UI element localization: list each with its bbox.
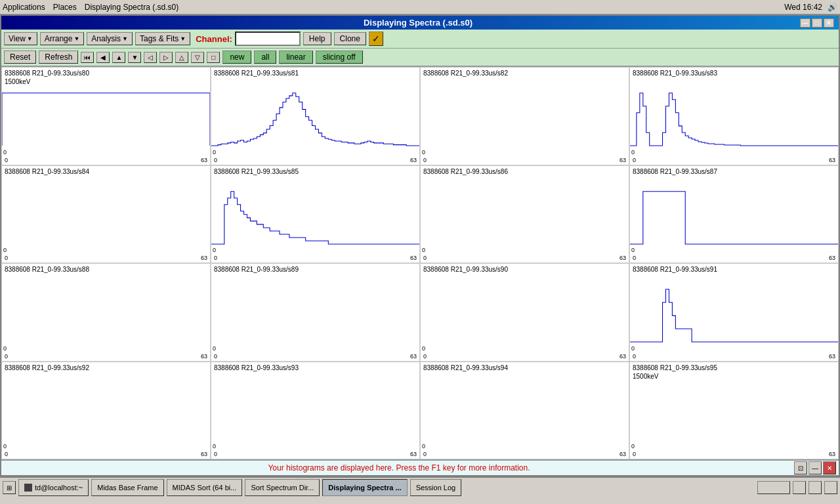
spectrum-yaxis-s80: 0 bbox=[3, 149, 7, 156]
reset-button[interactable]: Reset bbox=[4, 51, 36, 64]
menu-analysis[interactable]: Analysis ▼ bbox=[87, 32, 133, 45]
taskbar: ⊞ td@localhost:~ Midas Base Frame MIDAS … bbox=[0, 476, 840, 497]
topbar-applications[interactable]: Applications bbox=[3, 3, 45, 12]
spectrum-yaxis-s84: 0 bbox=[3, 247, 7, 253]
spectrum-cell-s84[interactable]: 8388608 R21_0-99.33us/s84 0 063 bbox=[1, 165, 211, 264]
spectrum-xaxis-s91: 063 bbox=[633, 353, 835, 360]
spectrum-cell-s82[interactable]: 8388608 R21_0-99.33us/s82 0 063 bbox=[420, 67, 629, 165]
toolbar-2: Reset Refresh ⏮ ◀ ▲ ▼ ◁ ▷ △ ▽ □ new all … bbox=[1, 49, 839, 67]
spectrum-canvas-s80 bbox=[2, 81, 210, 156]
spectrum-xaxis-s90: 063 bbox=[423, 353, 626, 360]
menu-tags-fits[interactable]: Tags & Fits ▼ bbox=[135, 32, 190, 45]
spectrum-header-s86: 8388608 R21_0-99.33us/s86 bbox=[423, 167, 508, 176]
spectrum-header-s88: 8388608 R21_0-99.33us/s88 bbox=[5, 265, 89, 274]
linear-button[interactable]: linear bbox=[279, 51, 312, 64]
spectrum-cell-s91[interactable]: 8388608 R21_0-99.33us/s91 0 063 bbox=[629, 263, 839, 362]
spectrum-cell-s87[interactable]: 8388608 R21_0-99.33us/s87 0 063 bbox=[629, 165, 839, 264]
nav-prev-small[interactable]: ◀ bbox=[96, 52, 110, 63]
status-expand-btn[interactable]: ✕ bbox=[823, 461, 836, 474]
taskbar-sort-spectrum[interactable]: Sort Spectrum Dir... bbox=[245, 479, 320, 496]
all-button[interactable]: all bbox=[254, 51, 276, 64]
spectrum-canvas-s93 bbox=[211, 375, 419, 450]
spectrum-cell-s94[interactable]: 8388608 R21_0-99.33us/s94 0 063 bbox=[420, 362, 629, 460]
refresh-button[interactable]: Refresh bbox=[39, 51, 78, 64]
taskbar-session-log[interactable]: Session Log bbox=[410, 479, 462, 496]
spectrum-xaxis-s94: 063 bbox=[423, 451, 626, 457]
spectrum-canvas-s82 bbox=[421, 81, 629, 156]
new-button[interactable]: new bbox=[222, 51, 251, 64]
spectrum-header-s82: 8388608 R21_0-99.33us/s82 bbox=[423, 69, 508, 77]
clone-button[interactable]: Clone bbox=[334, 32, 366, 45]
desktop-button[interactable]: ⊞ bbox=[3, 481, 16, 494]
minimize-button[interactable]: — bbox=[800, 18, 810, 28]
spectrum-yaxis-s87: 0 bbox=[631, 247, 635, 253]
spectrum-cell-s92[interactable]: 8388608 R21_0-99.33us/s92 0 063 bbox=[1, 362, 211, 460]
spectrum-header-s91: 8388608 R21_0-99.33us/s91 bbox=[633, 265, 717, 274]
spectrum-cell-s95[interactable]: 8388608 R21_0-99.33us/s95 1500keV 0 063 bbox=[629, 362, 839, 460]
spectrum-cell-s81[interactable]: 8388608 R21_0-99.33us/s81 0 063 bbox=[211, 67, 420, 165]
spectrum-xaxis-s89: 063 bbox=[214, 353, 417, 360]
spectrum-xaxis-s81: 063 bbox=[214, 157, 417, 163]
nav-page-down[interactable]: ▽ bbox=[191, 52, 204, 63]
spectrum-xaxis-s87: 063 bbox=[633, 255, 835, 261]
nav-down[interactable]: ▼ bbox=[128, 52, 141, 63]
taskbar-btn2[interactable] bbox=[808, 481, 822, 494]
toolbar-1: View ▼ Arrange ▼ Analysis ▼ Tags & Fits … bbox=[1, 30, 839, 49]
spectrum-yaxis-s92: 0 bbox=[3, 443, 7, 450]
spectrum-yaxis-s81: 0 bbox=[213, 149, 216, 156]
maximize-button[interactable]: □ bbox=[812, 18, 822, 28]
status-shrink-btn[interactable]: — bbox=[808, 461, 822, 474]
spectrum-yaxis-s88: 0 bbox=[3, 345, 7, 352]
spectrum-yaxis-s95: 0 bbox=[631, 443, 635, 450]
spectrum-cell-s93[interactable]: 8388608 R21_0-99.33us/s93 0 063 bbox=[211, 362, 420, 460]
nav-square[interactable]: □ bbox=[207, 52, 220, 63]
taskbar-btn1[interactable] bbox=[793, 481, 806, 494]
spectra-grid: 8388608 R21_0-99.33us/s80 1500keV 0 063 … bbox=[1, 67, 839, 459]
spectrum-cell-s80[interactable]: 8388608 R21_0-99.33us/s80 1500keV 0 063 bbox=[1, 67, 211, 165]
spectrum-header-s93: 8388608 R21_0-99.33us/s93 bbox=[214, 364, 299, 372]
topbar-window-title: Displaying Spectra (.sd.s0) bbox=[85, 3, 178, 12]
nav-page-up[interactable]: △ bbox=[175, 52, 188, 63]
taskbar-input-box[interactable] bbox=[757, 481, 790, 494]
spectrum-canvas-s84 bbox=[2, 179, 210, 254]
nav-up[interactable]: ▲ bbox=[112, 52, 125, 63]
spectrum-canvas-s94 bbox=[421, 375, 629, 450]
topbar-places[interactable]: Places bbox=[53, 3, 77, 12]
taskbar-btn3[interactable] bbox=[824, 481, 837, 494]
spectrum-xaxis-s83: 063 bbox=[633, 157, 835, 163]
nav-right[interactable]: ▷ bbox=[159, 52, 173, 63]
help-button[interactable]: Help bbox=[303, 32, 331, 45]
spectrum-cell-s90[interactable]: 8388608 R21_0-99.33us/s90 0 063 bbox=[420, 263, 629, 362]
spectrum-cell-s88[interactable]: 8388608 R21_0-99.33us/s88 0 063 bbox=[1, 263, 211, 362]
spectrum-header-s84: 8388608 R21_0-99.33us/s84 bbox=[5, 167, 89, 176]
taskbar-terminal[interactable]: td@localhost:~ bbox=[18, 479, 89, 496]
title-bar: Displaying Spectra (.sd.s0) — □ ✕ bbox=[1, 16, 839, 30]
spectrum-cell-s83[interactable]: 8388608 R21_0-99.33us/s83 0 063 bbox=[629, 67, 839, 165]
spectrum-canvas-s91 bbox=[630, 277, 838, 352]
spectrum-xaxis-s86: 063 bbox=[423, 255, 626, 261]
slicing-off-button[interactable]: slicing off bbox=[316, 51, 363, 64]
spectrum-cell-s89[interactable]: 8388608 R21_0-99.33us/s89 0 063 bbox=[211, 263, 420, 362]
spectrum-yaxis-s82: 0 bbox=[422, 149, 425, 156]
spectrum-yaxis-s86: 0 bbox=[422, 247, 425, 253]
channel-label: Channel: bbox=[196, 34, 232, 44]
taskbar-midas-base[interactable]: Midas Base Frame bbox=[91, 479, 163, 496]
nav-left[interactable]: ◁ bbox=[144, 52, 157, 63]
spectrum-header-s81: 8388608 R21_0-99.33us/s81 bbox=[214, 69, 299, 77]
spectrum-yaxis-s85: 0 bbox=[213, 247, 216, 253]
volume-icon[interactable]: 🔊 bbox=[828, 3, 837, 12]
taskbar-midas-sort[interactable]: MIDAS Sort (64 bi... bbox=[167, 479, 243, 496]
spectrum-cell-s86[interactable]: 8388608 R21_0-99.33us/s86 0 063 bbox=[420, 165, 629, 264]
spectrum-xaxis-s82: 063 bbox=[423, 157, 626, 163]
nav-first[interactable]: ⏮ bbox=[81, 52, 94, 63]
taskbar-displaying-spectra[interactable]: Displaying Spectra ... bbox=[322, 479, 407, 496]
close-button[interactable]: ✕ bbox=[824, 18, 834, 28]
check-button[interactable]: ✓ bbox=[369, 32, 383, 46]
menu-view[interactable]: View ▼ bbox=[4, 32, 37, 45]
status-resize-btn[interactable]: ⊡ bbox=[794, 461, 807, 474]
channel-input[interactable] bbox=[235, 32, 301, 46]
spectrum-canvas-s81 bbox=[211, 81, 419, 156]
spectrum-cell-s85[interactable]: 8388608 R21_0-99.33us/s85 0 063 bbox=[211, 165, 420, 264]
spectrum-header-s87: 8388608 R21_0-99.33us/s87 bbox=[633, 167, 717, 176]
menu-arrange[interactable]: Arrange ▼ bbox=[40, 32, 85, 45]
